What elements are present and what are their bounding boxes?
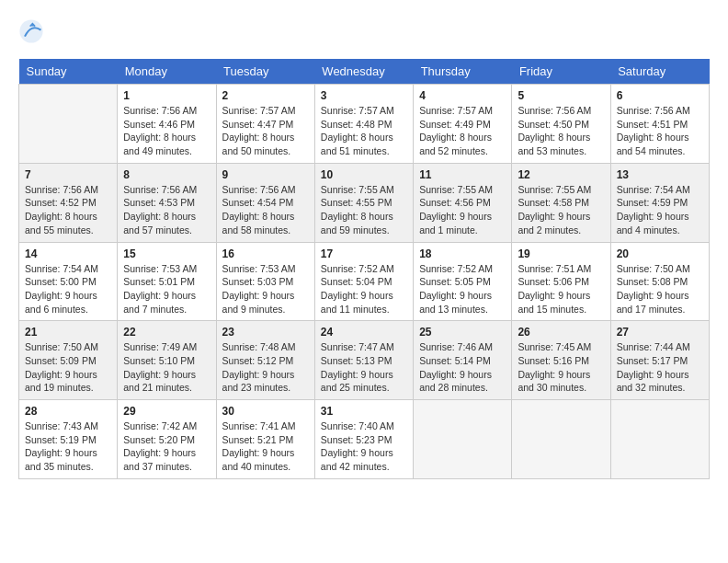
calendar-cell: 20Sunrise: 7:50 AM Sunset: 5:08 PM Dayli… [610,242,709,321]
calendar-cell: 25Sunrise: 7:46 AM Sunset: 5:14 PM Dayli… [414,321,512,400]
weekday-header-monday: Monday [118,59,216,85]
calendar-cell: 7Sunrise: 7:56 AM Sunset: 4:52 PM Daylig… [19,163,118,242]
day-detail: Sunrise: 7:50 AM Sunset: 5:08 PM Dayligh… [617,262,703,316]
day-number: 15 [123,247,210,260]
calendar-cell: 6Sunrise: 7:56 AM Sunset: 4:51 PM Daylig… [610,85,709,164]
calendar-cell: 22Sunrise: 7:49 AM Sunset: 5:10 PM Dayli… [118,321,216,400]
day-number: 29 [123,405,210,418]
calendar-cell: 1Sunrise: 7:56 AM Sunset: 4:46 PM Daylig… [118,85,216,164]
calendar-cell: 21Sunrise: 7:50 AM Sunset: 5:09 PM Dayli… [19,321,118,400]
day-number: 31 [321,405,407,418]
day-detail: Sunrise: 7:55 AM Sunset: 4:58 PM Dayligh… [518,183,604,237]
day-number: 21 [25,326,111,339]
calendar-cell: 5Sunrise: 7:56 AM Sunset: 4:50 PM Daylig… [512,85,610,164]
calendar-cell: 3Sunrise: 7:57 AM Sunset: 4:48 PM Daylig… [314,85,413,164]
calendar-cell: 12Sunrise: 7:55 AM Sunset: 4:58 PM Dayli… [512,163,610,242]
day-detail: Sunrise: 7:56 AM Sunset: 4:52 PM Dayligh… [25,183,111,237]
day-detail: Sunrise: 7:49 AM Sunset: 5:10 PM Dayligh… [123,340,210,395]
weekday-header-wednesday: Wednesday [314,59,413,85]
day-number: 25 [419,326,506,339]
weekday-header-saturday: Saturday [610,59,709,85]
day-number: 22 [123,326,210,339]
day-detail: Sunrise: 7:53 AM Sunset: 5:03 PM Dayligh… [222,262,309,316]
day-detail: Sunrise: 7:45 AM Sunset: 5:16 PM Dayligh… [518,340,604,395]
day-detail: Sunrise: 7:55 AM Sunset: 4:56 PM Dayligh… [419,183,506,237]
day-detail: Sunrise: 7:57 AM Sunset: 4:47 PM Dayligh… [222,104,309,158]
day-detail: Sunrise: 7:55 AM Sunset: 4:55 PM Dayligh… [321,183,407,237]
day-detail: Sunrise: 7:46 AM Sunset: 5:14 PM Dayligh… [419,340,506,395]
calendar-cell: 19Sunrise: 7:51 AM Sunset: 5:06 PM Dayli… [512,242,610,321]
weekday-header-tuesday: Tuesday [216,59,314,85]
logo-icon [18,18,44,44]
day-number: 30 [222,405,309,418]
calendar-cell: 14Sunrise: 7:54 AM Sunset: 5:00 PM Dayli… [19,242,118,321]
day-detail: Sunrise: 7:52 AM Sunset: 5:05 PM Dayligh… [419,262,506,316]
calendar-cell: 2Sunrise: 7:57 AM Sunset: 4:47 PM Daylig… [216,85,314,164]
calendar-week-row: 21Sunrise: 7:50 AM Sunset: 5:09 PM Dayli… [19,321,710,400]
calendar-cell: 29Sunrise: 7:42 AM Sunset: 5:20 PM Dayli… [118,400,216,479]
svg-point-0 [19,19,42,42]
day-detail: Sunrise: 7:48 AM Sunset: 5:12 PM Dayligh… [222,340,309,395]
day-number: 20 [617,247,703,260]
day-detail: Sunrise: 7:42 AM Sunset: 5:20 PM Dayligh… [123,419,210,474]
day-number: 17 [321,247,407,260]
calendar-cell: 17Sunrise: 7:52 AM Sunset: 5:04 PM Dayli… [314,242,413,321]
calendar-cell: 4Sunrise: 7:57 AM Sunset: 4:49 PM Daylig… [414,85,512,164]
calendar-cell: 23Sunrise: 7:48 AM Sunset: 5:12 PM Dayli… [216,321,314,400]
day-detail: Sunrise: 7:51 AM Sunset: 5:06 PM Dayligh… [518,262,604,316]
weekday-header-thursday: Thursday [414,59,512,85]
calendar-cell: 11Sunrise: 7:55 AM Sunset: 4:56 PM Dayli… [414,163,512,242]
weekday-header-sunday: Sunday [19,59,118,85]
day-detail: Sunrise: 7:43 AM Sunset: 5:19 PM Dayligh… [25,419,111,474]
calendar-cell: 26Sunrise: 7:45 AM Sunset: 5:16 PM Dayli… [512,321,610,400]
day-detail: Sunrise: 7:41 AM Sunset: 5:21 PM Dayligh… [222,419,309,474]
day-number: 19 [518,247,604,260]
weekday-header-friday: Friday [512,59,610,85]
calendar-cell: 16Sunrise: 7:53 AM Sunset: 5:03 PM Dayli… [216,242,314,321]
day-detail: Sunrise: 7:57 AM Sunset: 4:49 PM Dayligh… [419,104,506,158]
day-number: 24 [321,326,407,339]
day-number: 18 [419,247,506,260]
day-detail: Sunrise: 7:57 AM Sunset: 4:48 PM Dayligh… [321,104,407,158]
day-number: 14 [25,247,111,260]
calendar-cell [19,85,118,164]
page-header [18,18,710,44]
day-number: 26 [518,326,604,339]
day-number: 23 [222,326,309,339]
day-number: 2 [222,89,309,102]
day-number: 27 [617,326,703,339]
calendar-cell: 31Sunrise: 7:40 AM Sunset: 5:23 PM Dayli… [314,400,413,479]
day-detail: Sunrise: 7:44 AM Sunset: 5:17 PM Dayligh… [617,340,703,395]
day-number: 11 [419,168,506,181]
calendar-cell: 8Sunrise: 7:56 AM Sunset: 4:53 PM Daylig… [118,163,216,242]
calendar-cell: 10Sunrise: 7:55 AM Sunset: 4:55 PM Dayli… [314,163,413,242]
day-number: 1 [123,89,210,102]
calendar-week-row: 1Sunrise: 7:56 AM Sunset: 4:46 PM Daylig… [19,85,710,164]
calendar-week-row: 28Sunrise: 7:43 AM Sunset: 5:19 PM Dayli… [19,400,710,479]
day-detail: Sunrise: 7:52 AM Sunset: 5:04 PM Dayligh… [321,262,407,316]
calendar-cell: 28Sunrise: 7:43 AM Sunset: 5:19 PM Dayli… [19,400,118,479]
day-number: 6 [617,89,703,102]
calendar-header-row: SundayMondayTuesdayWednesdayThursdayFrid… [19,59,710,85]
day-number: 7 [25,168,111,181]
day-number: 10 [321,168,407,181]
day-number: 3 [321,89,407,102]
calendar-week-row: 14Sunrise: 7:54 AM Sunset: 5:00 PM Dayli… [19,242,710,321]
calendar-table: SundayMondayTuesdayWednesdayThursdayFrid… [18,59,710,479]
day-detail: Sunrise: 7:56 AM Sunset: 4:46 PM Dayligh… [123,104,210,158]
day-number: 16 [222,247,309,260]
day-detail: Sunrise: 7:40 AM Sunset: 5:23 PM Dayligh… [321,419,407,474]
day-detail: Sunrise: 7:56 AM Sunset: 4:50 PM Dayligh… [518,104,604,158]
logo [18,18,48,44]
day-detail: Sunrise: 7:56 AM Sunset: 4:54 PM Dayligh… [222,183,309,237]
day-detail: Sunrise: 7:54 AM Sunset: 5:00 PM Dayligh… [25,262,111,316]
calendar-cell: 27Sunrise: 7:44 AM Sunset: 5:17 PM Dayli… [610,321,709,400]
day-number: 8 [123,168,210,181]
calendar-week-row: 7Sunrise: 7:56 AM Sunset: 4:52 PM Daylig… [19,163,710,242]
calendar-cell: 30Sunrise: 7:41 AM Sunset: 5:21 PM Dayli… [216,400,314,479]
day-number: 12 [518,168,604,181]
day-detail: Sunrise: 7:56 AM Sunset: 4:53 PM Dayligh… [123,183,210,237]
calendar-cell: 24Sunrise: 7:47 AM Sunset: 5:13 PM Dayli… [314,321,413,400]
calendar-cell [414,400,512,479]
calendar-cell [610,400,709,479]
